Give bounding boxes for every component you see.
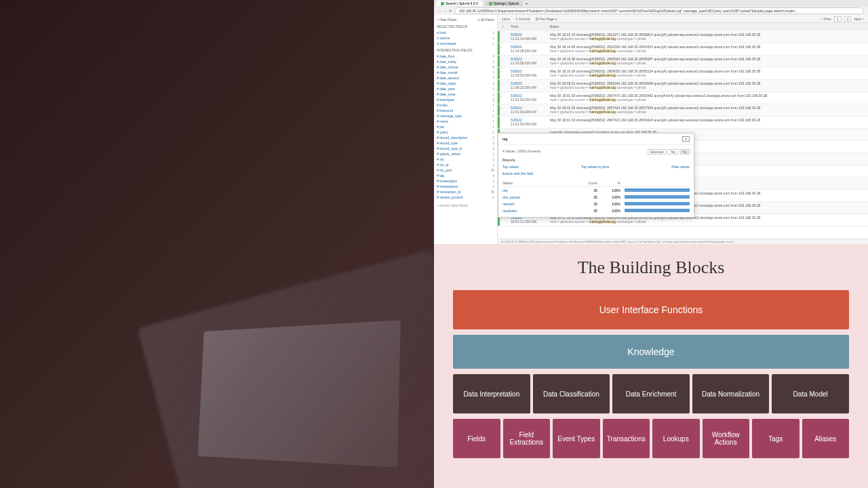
field-item[interactable]: # tag4	[437, 173, 494, 178]
block-knowledge-item: Field Extractions	[503, 419, 551, 458]
field-item[interactable]: # date_second7	[437, 75, 494, 81]
page-1[interactable]: 1	[834, 16, 842, 22]
block-knowledge-item: Fields	[453, 419, 500, 458]
selected-no[interactable]: No	[680, 149, 690, 155]
field-item[interactable]: a sourcetype1	[437, 41, 494, 46]
event-row[interactable]: ›5/30/2211:01:03.000 AMMay 30 18:01:03 d…	[498, 104, 868, 117]
browser-address-bar: ← → ⟳ 192.168.30.12:8000/en-US/app/searc…	[434, 7, 868, 15]
event-row[interactable]: ›5/30/2211:10:58.000 AMMay 30 18:10:38 d…	[498, 56, 868, 68]
block-knowledge-item: Lookups	[652, 419, 700, 458]
block-data: Data Classification	[533, 374, 610, 413]
field-item[interactable]: a source1	[437, 35, 494, 41]
field-item[interactable]: # date_minute8	[437, 64, 494, 70]
fields-sidebar: < Hide Fields ≡ All Fields SELECTED FIEL…	[434, 15, 498, 244]
close-icon[interactable]: ×	[682, 136, 690, 142]
block-knowledge-item: Transactions	[603, 419, 650, 458]
field-item[interactable]: # record_description2	[437, 135, 494, 140]
next-link[interactable]: Next >	[854, 17, 864, 21]
count-col: Count	[570, 181, 597, 185]
rare-values-link[interactable]: Rare values	[671, 165, 690, 169]
field-item[interactable]: # transaction_id35	[437, 189, 494, 195]
field-item[interactable]: # src_port30	[437, 167, 494, 173]
field-item[interactable]: # timeendpos1	[437, 178, 494, 184]
prev-link[interactable]: < Prev	[821, 17, 831, 21]
field-item[interactable]: # src_ip1	[437, 162, 494, 167]
block-knowledge-item: Event Types	[553, 419, 600, 458]
selected-yes[interactable]: Yes	[667, 149, 678, 155]
field-item[interactable]: # name1	[437, 119, 494, 124]
field-item[interactable]: # timestartpos1	[437, 184, 494, 189]
selected-label: Selected	[648, 149, 666, 155]
field-item[interactable]: # linecount1	[437, 108, 494, 113]
field-item[interactable]: # date_mday1	[437, 59, 494, 64]
list-dropdown[interactable]: List ▾	[502, 17, 510, 21]
field-item[interactable]: # date_year1	[437, 86, 494, 92]
block-knowledge-item: Workflow Actions	[703, 419, 750, 458]
browser-tab-2[interactable]: Settings | Splunk	[485, 1, 523, 6]
col-time: Time	[508, 23, 547, 30]
events-toolbar: List ▾ ✎ Format 20 Per Page ▾ < Prev 1 2…	[498, 15, 868, 23]
block-data: Data Enrichment	[612, 374, 690, 413]
field-item[interactable]: # date_hour2	[437, 54, 494, 59]
status-bar: 192.168.30.12:8000/en-US/app/search/sear…	[498, 239, 868, 244]
forward-icon[interactable]: →	[443, 9, 447, 13]
values-col: Values	[502, 181, 570, 185]
field-item[interactable]: # date_wday1	[437, 81, 494, 86]
page-2[interactable]: 2	[844, 16, 852, 22]
field-item[interactable]: # vendor_product1	[437, 195, 494, 200]
block-data: Data Interpretation	[453, 374, 530, 413]
field-item[interactable]: # src1	[437, 157, 494, 162]
value-row[interactable]: dns_upload35100%	[502, 194, 690, 201]
event-row[interactable]: ›5/30/2211:03:59.000 AMMay 30 18:10:29 d…	[498, 68, 868, 80]
field-item[interactable]: # message_type1	[437, 113, 494, 119]
block-data: Data Model	[772, 374, 849, 413]
value-row[interactable]: network35100%	[502, 201, 690, 207]
back-icon[interactable]: ←	[438, 9, 441, 13]
browser-tab-1[interactable]: Search | Splunk 9.0.0	[437, 1, 482, 6]
field-item[interactable]: # record_type2	[437, 140, 494, 146]
value-row[interactable]: resolution35100%	[502, 207, 690, 214]
all-fields-link[interactable]: ≡ All Fields	[478, 18, 494, 22]
field-item[interactable]: # index1	[437, 102, 494, 108]
per-page-dropdown[interactable]: 20 Per Page ▾	[535, 17, 557, 21]
value-row[interactable]: dns35100%	[502, 187, 690, 194]
reports-label: Reports	[502, 158, 690, 162]
top-values-link[interactable]: Top values	[502, 165, 519, 169]
new-tab-button[interactable]: +	[526, 1, 528, 5]
event-row[interactable]: ›5/30/2211:21:14.000 AMMay 30 18:21:14 d…	[498, 31, 868, 43]
url-input[interactable]: 192.168.30.12:8000/en-US/app/search/sear…	[454, 7, 864, 14]
selected-fields-label: SELECTED FIELDS	[437, 24, 494, 28]
col-i: i	[500, 23, 508, 30]
format-button[interactable]: ✎ Format	[515, 17, 530, 21]
field-item[interactable]: # query1	[437, 129, 494, 135]
event-row[interactable]: ›5/30/2211:01:03.000 AMMay 30 18:01:03 d…	[498, 117, 868, 129]
pct-col: %	[597, 181, 625, 185]
field-item[interactable]: # record_type_id2	[437, 146, 494, 151]
block-ui-functions: User Interface Functions	[453, 290, 849, 329]
event-row[interactable]: ›5/30/2211:14:28.000 AMMay 30 18:14:28 d…	[498, 43, 868, 56]
interesting-fields-label: INTERESTING FIELDS	[437, 48, 494, 52]
splunk-screenshot: Search | Splunk 9.0.0 Settings | Splunk …	[434, 0, 868, 244]
popup-title: tag	[502, 137, 508, 141]
block-knowledge-item: Tags	[752, 419, 800, 458]
hide-fields-link[interactable]: < Hide Fields	[437, 18, 456, 22]
col-event: Event	[547, 23, 868, 30]
block-knowledge-item: Aliases	[802, 419, 850, 458]
block-knowledge: Knowledge	[453, 335, 849, 369]
building-blocks-diagram: The Building Blocks User Interface Funct…	[434, 244, 868, 488]
field-item[interactable]: a host1	[437, 30, 494, 35]
field-item[interactable]: # date_month1	[437, 70, 494, 75]
splunk-icon	[489, 2, 492, 5]
event-row[interactable]: ›5/30/2211:09:22.000 AMMay 30 18:09:22 d…	[498, 80, 868, 92]
reload-icon[interactable]: ⟳	[449, 9, 452, 13]
block-data: Data Normalization	[692, 374, 770, 413]
extract-fields-link[interactable]: + Extract New Fields	[437, 203, 468, 207]
field-popup: tag × 4 Values, 100% of events Selected …	[498, 133, 694, 218]
field-item[interactable]: # date_zone1	[437, 92, 494, 97]
field-item[interactable]: # pid1	[437, 124, 494, 129]
events-field-link[interactable]: Events with this field	[502, 170, 690, 177]
event-row[interactable]: ›5/30/2211:01:03.000 AMMay 30 18:01:03 d…	[498, 92, 868, 104]
field-item[interactable]: # eventtype2	[437, 97, 494, 102]
field-item[interactable]: # splunk_server1	[437, 151, 494, 157]
top-values-time-link[interactable]: Top values by time	[581, 165, 609, 169]
